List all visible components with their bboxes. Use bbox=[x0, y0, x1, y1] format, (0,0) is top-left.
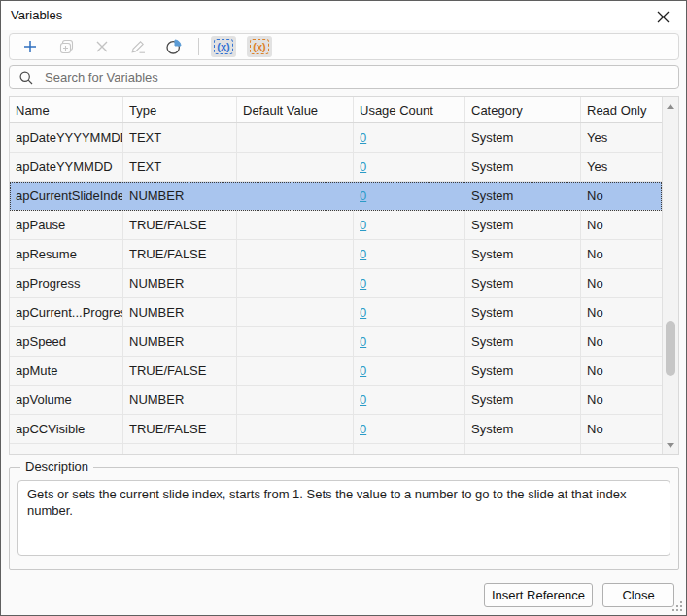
cell-type: NUMBER bbox=[123, 386, 237, 414]
table-row[interactable]: apDateYYYYMMDD TEXT 0 System Yes bbox=[10, 123, 662, 153]
header-type[interactable]: Type bbox=[123, 97, 237, 122]
table-scrollbar[interactable] bbox=[662, 97, 678, 454]
variables-dialog: Variables bbox=[0, 0, 687, 616]
usage-count-link[interactable]: 0 bbox=[360, 451, 366, 454]
table-row[interactable]: apPause TRUE/FALSE 0 System No bbox=[10, 211, 662, 240]
cell-usage-count: 0 bbox=[354, 123, 465, 152]
cell-default-value bbox=[237, 123, 354, 152]
usage-count-link[interactable]: 0 bbox=[360, 305, 366, 320]
cell-read-only: Yes bbox=[581, 153, 662, 181]
cell-type: NUMBER bbox=[123, 182, 237, 210]
cell-category: System bbox=[465, 211, 581, 239]
usage-count-link[interactable]: 0 bbox=[360, 218, 366, 232]
titlebar: Variables bbox=[1, 1, 686, 30]
cell-read-only: No bbox=[581, 240, 662, 268]
usage-count-link[interactable]: 0 bbox=[360, 334, 366, 349]
cell-usage-count: 0 bbox=[354, 298, 465, 326]
variables-table: Name Type Default Value Usage Count Cate… bbox=[9, 96, 679, 455]
user-variables-toggle[interactable]: (x) bbox=[247, 36, 272, 57]
cell-type: TRUE/FALSE bbox=[123, 211, 237, 239]
cell-usage-count: 0 bbox=[354, 153, 465, 181]
table-row[interactable]: apCurrent...Progress NUMBER 0 System No bbox=[10, 298, 662, 327]
edit-variable-button[interactable] bbox=[125, 36, 151, 57]
table-row[interactable]: apVolume NUMBER 0 System No bbox=[10, 386, 662, 415]
cell-usage-count: 0 bbox=[354, 357, 465, 385]
usage-count-link[interactable]: 0 bbox=[360, 247, 366, 261]
delete-icon bbox=[95, 40, 109, 53]
cell-usage-count: 0 bbox=[354, 240, 465, 268]
table-row[interactable]: apMute TRUE/FALSE 0 System No bbox=[10, 357, 662, 386]
table-row[interactable]: apDateYYMMDD TEXT 0 System Yes bbox=[10, 153, 662, 182]
search-input[interactable] bbox=[43, 69, 670, 86]
header-category[interactable]: Category bbox=[465, 97, 581, 122]
cell-usage-count: 0 bbox=[354, 415, 465, 443]
header-name[interactable]: Name bbox=[10, 97, 123, 122]
cell-read-only: No bbox=[581, 357, 662, 385]
usage-count-link[interactable]: 0 bbox=[360, 393, 366, 407]
usage-count-link[interactable]: 0 bbox=[360, 276, 366, 291]
cell-name: apPause bbox=[10, 211, 123, 239]
toolbar: (x) (x) bbox=[9, 33, 679, 60]
cell-category: System bbox=[465, 182, 581, 210]
usage-report-button[interactable] bbox=[161, 36, 187, 57]
usage-count-link[interactable]: 0 bbox=[360, 130, 366, 145]
cell-category: System bbox=[465, 153, 581, 181]
duplicate-icon bbox=[58, 39, 75, 55]
close-icon bbox=[657, 11, 670, 23]
table-row[interactable]: apSpeed NUMBER 0 System No bbox=[10, 327, 662, 357]
cell-name: apVolume bbox=[10, 386, 123, 414]
cell-read-only: No bbox=[581, 298, 662, 326]
search-icon bbox=[18, 70, 34, 86]
cell-default-value bbox=[237, 153, 354, 181]
cell-type: NUMBER bbox=[123, 269, 237, 297]
insert-reference-button[interactable]: Insert Reference bbox=[484, 583, 593, 607]
header-usage-count[interactable]: Usage Count bbox=[354, 97, 465, 122]
cell-name: apToolbarVisible bbox=[10, 444, 123, 454]
scrollbar-up-button[interactable] bbox=[663, 98, 678, 114]
scrollbar-thumb[interactable] bbox=[666, 321, 675, 376]
cell-name: apCurrent...Progress bbox=[10, 298, 123, 326]
description-text[interactable]: Gets or sets the current slide index, st… bbox=[17, 480, 670, 556]
pie-chart-icon bbox=[165, 38, 183, 55]
scrollbar-down-button[interactable] bbox=[663, 437, 678, 453]
window-title: Variables bbox=[11, 8, 62, 22]
table-row[interactable]: apProgress NUMBER 0 System No bbox=[10, 269, 662, 298]
cell-name: apResume bbox=[10, 240, 123, 268]
table-row[interactable]: apResume TRUE/FALSE 0 System No bbox=[10, 240, 662, 269]
cell-default-value bbox=[237, 269, 354, 297]
close-button[interactable] bbox=[651, 5, 674, 28]
cell-category: System bbox=[465, 123, 581, 152]
variable-blue-icon: (x) bbox=[214, 39, 232, 54]
table-row[interactable]: apCurrentSlideIndex NUMBER 0 System No bbox=[10, 182, 662, 211]
delete-variable-button[interactable] bbox=[89, 36, 115, 57]
pencil-icon bbox=[130, 39, 147, 55]
cell-type: NUMBER bbox=[123, 327, 237, 356]
cell-category: System bbox=[465, 444, 581, 454]
header-default-value[interactable]: Default Value bbox=[237, 97, 354, 122]
duplicate-variable-button[interactable] bbox=[53, 36, 79, 57]
description-groupbox: Description Gets or sets the current sli… bbox=[9, 467, 679, 570]
cell-usage-count: 0 bbox=[354, 327, 465, 356]
header-read-only[interactable]: Read Only bbox=[581, 97, 662, 122]
cell-default-value bbox=[237, 327, 354, 356]
cell-read-only: No bbox=[581, 444, 662, 454]
plus-icon bbox=[22, 39, 38, 54]
cell-category: System bbox=[465, 240, 581, 268]
table-row[interactable]: apCCVisible TRUE/FALSE 0 System No bbox=[10, 415, 662, 444]
system-variables-toggle[interactable]: (x) bbox=[211, 36, 236, 57]
cell-category: System bbox=[465, 269, 581, 297]
cell-default-value bbox=[237, 211, 354, 239]
resize-grip[interactable] bbox=[680, 609, 682, 611]
cell-usage-count: 0 bbox=[354, 211, 465, 239]
usage-count-link[interactable]: 0 bbox=[360, 159, 366, 174]
usage-count-link[interactable]: 0 bbox=[360, 188, 366, 203]
usage-count-link[interactable]: 0 bbox=[360, 363, 366, 378]
table-row[interactable]: apToolbarVisible TRUE/FALSE 0 System No bbox=[10, 444, 662, 454]
cell-category: System bbox=[465, 357, 581, 385]
cell-category: System bbox=[465, 386, 581, 414]
usage-count-link[interactable]: 0 bbox=[360, 422, 366, 436]
cell-type: TRUE/FALSE bbox=[123, 240, 237, 268]
close-button-footer[interactable]: Close bbox=[602, 583, 674, 607]
add-variable-button[interactable] bbox=[17, 36, 43, 57]
cell-usage-count: 0 bbox=[354, 444, 465, 454]
